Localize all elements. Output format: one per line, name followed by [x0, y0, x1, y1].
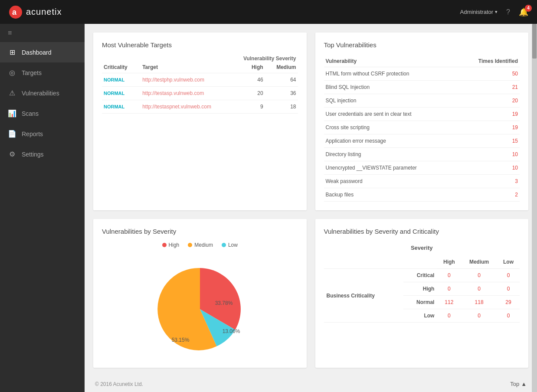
sc-med-val: 0: [461, 309, 497, 323]
legend-label-medium: Medium: [194, 242, 213, 248]
sc-high-val: 0: [437, 269, 461, 282]
most-vulnerable-table: Criticality Target High Medium NORMAL ht…: [102, 62, 298, 114]
vuln-name-cell: Cross site scripting: [324, 121, 458, 134]
sc-col-low: Low: [497, 255, 520, 269]
acunetix-logo-icon: a: [9, 5, 23, 19]
vuln-name-cell: Blind SQL Injection: [324, 81, 458, 94]
vuln-name-cell: Backup files: [324, 188, 458, 202]
sc-row-label: Low: [403, 309, 437, 323]
sc-med-val: 0: [461, 269, 497, 282]
sc-row-label: Critical: [403, 269, 437, 282]
pie-chart-svg: 33.78% 13.06% 53.15%: [131, 255, 269, 359]
most-vulnerable-targets-card: Most Vulnerable Targets Vulnerability Se…: [93, 33, 307, 210]
sidebar-item-settings[interactable]: ⚙ Settings: [0, 144, 85, 164]
col-vuln-name: Vulnerability: [324, 56, 458, 67]
top-vulnerabilities-card: Top Vulnerabilities Vulnerability Times …: [315, 33, 529, 210]
sc-low-val: 0: [497, 269, 520, 282]
sidebar-item-targets[interactable]: ◎ Targets: [0, 62, 85, 83]
target-cell[interactable]: http://testphp.vulnweb.com: [141, 73, 243, 87]
legend-dot-medium: [188, 243, 192, 247]
biz-criticality-label: Business Criticality: [324, 269, 404, 323]
legend-label-high: High: [169, 242, 180, 248]
sidebar-item-scans[interactable]: 📊 Scans: [0, 103, 85, 124]
top-navigation: a acunetix Administrator ▾ ? 🔔 4: [0, 0, 537, 24]
dashboard-grid: Most Vulnerable Targets Vulnerability Se…: [93, 33, 528, 368]
sidebar-item-vulnerabilities[interactable]: ⚠ Vulnerabilities: [0, 83, 85, 103]
table-row: Application error message 15: [324, 134, 520, 148]
vuln-by-criticality-card: Vulnerabilities by Severity and Critical…: [315, 219, 529, 368]
medium-count-cell: 36: [265, 87, 298, 100]
vuln-by-severity-card: Vulnerabilities by Severity High Medium …: [93, 219, 307, 368]
sc-high-val: 0: [437, 309, 461, 323]
top-link[interactable]: Top ▲: [510, 381, 527, 387]
pie-label-low: 13.06%: [222, 328, 240, 334]
sidebar-menu-toggle[interactable]: ≡: [0, 24, 85, 42]
admin-menu[interactable]: Administrator ▾: [460, 9, 498, 15]
high-count-cell: 9: [243, 100, 265, 114]
table-row: NORMAL http://testaspnet.vulnweb.com 9 1…: [102, 100, 298, 114]
settings-icon: ⚙: [8, 150, 16, 158]
legend-low: Low: [222, 242, 238, 248]
notification-badge: 4: [525, 5, 532, 12]
main-content: Most Vulnerable Targets Vulnerability Se…: [85, 24, 537, 392]
legend-dot-high: [162, 243, 167, 247]
table-row: NORMAL http://testphp.vulnweb.com 46 64: [102, 73, 298, 87]
scans-icon: 📊: [8, 109, 16, 118]
criticality-cell: NORMAL: [102, 73, 141, 87]
pie-legend: High Medium Low: [102, 242, 298, 248]
vuln-name-cell: Unencrypted __VIEWSTATE parameter: [324, 161, 458, 175]
sc-med-val: 118: [461, 296, 497, 309]
table-row: HTML form without CSRF protection 50: [324, 67, 520, 81]
targets-icon: ◎: [8, 69, 16, 77]
copyright: © 2016 Acunetix Ltd.: [95, 381, 143, 387]
most-vulnerable-title: Most Vulnerable Targets: [102, 41, 298, 49]
sidebar-label-vulnerabilities: Vulnerabilities: [22, 90, 59, 97]
notification-icon[interactable]: 🔔 4: [519, 7, 528, 17]
vuln-count-cell: 21: [458, 81, 520, 94]
sc-low-val: 0: [497, 309, 520, 323]
col-high: High: [243, 62, 265, 73]
sc-row-label: High: [403, 282, 437, 296]
vuln-name-cell: HTML form without CSRF protection: [324, 67, 458, 81]
top-label: Top: [510, 381, 519, 387]
vuln-count-cell: 19: [458, 121, 520, 134]
sc-med-val: 0: [461, 282, 497, 296]
target-cell[interactable]: http://testasp.vulnweb.com: [141, 87, 243, 100]
scrollbar-thumb[interactable]: [532, 24, 537, 59]
vuln-count-cell: 2: [458, 188, 520, 202]
top-nav-right: Administrator ▾ ? 🔔 4: [460, 7, 528, 17]
vuln-name-cell: User credentials are sent in clear text: [324, 108, 458, 121]
vulnerabilities-icon: ⚠: [8, 89, 16, 97]
help-icon[interactable]: ?: [506, 8, 510, 16]
table-row: Blind SQL Injection 21: [324, 81, 520, 94]
table-row: User credentials are sent in clear text …: [324, 108, 520, 121]
vuln-name-cell: SQL injection: [324, 94, 458, 108]
pie-chart-container: 33.78% 13.06% 53.15%: [102, 255, 298, 359]
vuln-by-severity-title: Vulnerabilities by Severity: [102, 228, 298, 235]
col-target: Target: [141, 62, 243, 73]
sidebar-item-reports[interactable]: 📄 Reports: [0, 124, 85, 144]
logo-area: a acunetix: [9, 5, 62, 19]
sidebar-label-reports: Reports: [22, 131, 43, 137]
legend-high: High: [162, 242, 180, 248]
medium-count-cell: 64: [265, 73, 298, 87]
top-vulnerabilities-title: Top Vulnerabilities: [324, 41, 520, 49]
severity-group-label: Severity: [324, 242, 520, 255]
criticality-cell: NORMAL: [102, 87, 141, 100]
sidebar: ≡ ⊞ Dashboard ◎ Targets ⚠ Vulnerabilitie…: [0, 24, 85, 392]
target-cell[interactable]: http://testaspnet.vulnweb.com: [141, 100, 243, 114]
sidebar-label-settings: Settings: [22, 151, 44, 158]
vuln-count-cell: 15: [458, 134, 520, 148]
vuln-count-cell: 50: [458, 67, 520, 81]
app-name: acunetix: [26, 7, 62, 17]
legend-dot-low: [222, 243, 226, 247]
sc-row-label: Normal: [403, 296, 437, 309]
footer: © 2016 Acunetix Ltd. Top ▲: [93, 376, 528, 392]
col-medium: Medium: [265, 62, 298, 73]
sidebar-label-scans: Scans: [22, 110, 39, 117]
scrollbar[interactable]: [532, 24, 537, 392]
col-times-identified: Times Identified: [458, 56, 520, 67]
legend-medium: Medium: [188, 242, 213, 248]
sidebar-item-dashboard[interactable]: ⊞ Dashboard: [0, 42, 85, 62]
col-criticality: Criticality: [102, 62, 141, 73]
